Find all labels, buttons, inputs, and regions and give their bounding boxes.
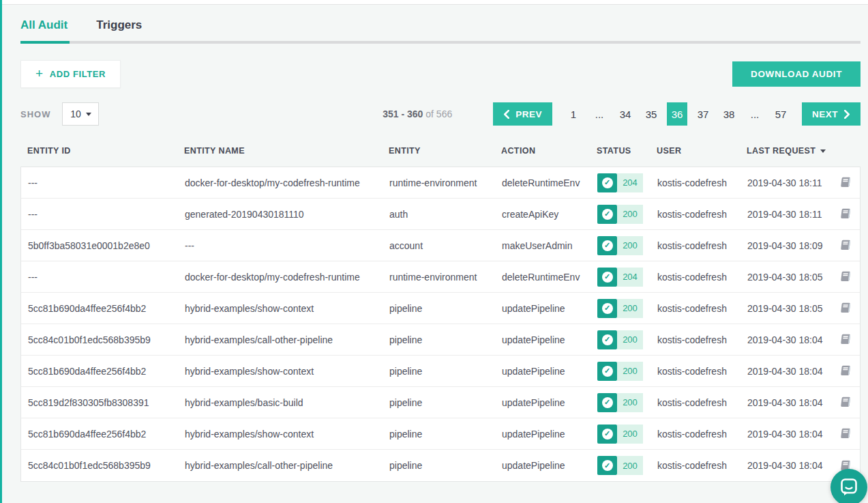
page-number[interactable]: 1 — [563, 102, 584, 126]
tab-all-audit[interactable]: All Audit — [20, 18, 68, 32]
entity-cell: account — [389, 240, 502, 251]
user-cell: kostis-codefresh — [657, 429, 747, 440]
audit-page: All Audit Triggers + ADD FILTER DOWNLOAD… — [0, 5, 868, 482]
view-log-button[interactable] — [841, 177, 851, 188]
entity-cell: pipeline — [389, 460, 502, 471]
column-header-entity-name[interactable]: ENTITY NAME — [184, 146, 389, 156]
active-tab-indicator — [20, 41, 70, 44]
status-badge: ✓200 — [597, 456, 643, 475]
last-request-cell: 2019-04-30 18:11 — [747, 177, 841, 188]
tab-track — [20, 41, 860, 44]
filter-toolbar: + ADD FILTER DOWNLOAD AUDIT — [20, 60, 860, 88]
status-code: 204 — [617, 173, 643, 192]
log-icon-cell — [841, 208, 860, 220]
status-success-icon: ✓ — [597, 425, 617, 444]
entity-id-cell: 5cc81b690da4ffee256f4bb2 — [21, 303, 185, 314]
column-header-entity-id[interactable]: ENTITY ID — [20, 146, 184, 156]
status-badge: ✓204 — [597, 268, 643, 287]
view-log-button[interactable] — [841, 397, 851, 408]
prev-page-button[interactable]: PREV — [493, 102, 552, 126]
column-header-entity[interactable]: ENTITY — [389, 146, 501, 156]
page-number[interactable]: 38 — [719, 102, 739, 126]
view-log-button[interactable] — [841, 365, 851, 377]
page-ellipsis: ... — [589, 102, 610, 126]
column-header-action[interactable]: ACTION — [501, 146, 597, 156]
table-row: 5b0ff3ba58031e0001b2e8e0---accountmakeUs… — [21, 230, 860, 261]
entity-name-cell: --- — [185, 240, 389, 251]
table-row: 5cc81b690da4ffee256f4bb2hybrid-examples/… — [21, 418, 860, 450]
add-filter-button[interactable]: + ADD FILTER — [20, 60, 121, 88]
page-number[interactable]: 37 — [693, 102, 713, 126]
status-success-icon: ✓ — [597, 456, 617, 475]
plus-icon: + — [35, 67, 44, 80]
log-details-icon — [841, 177, 851, 188]
page-number[interactable]: 35 — [641, 102, 661, 126]
entity-cell: pipeline — [389, 397, 502, 408]
prev-label: PREV — [515, 109, 542, 119]
view-log-button[interactable] — [841, 428, 851, 440]
entity-name-cell: hybrid-examples/show-context — [185, 366, 389, 377]
action-cell: updatePipeline — [502, 303, 597, 314]
log-details-icon — [841, 428, 851, 440]
results-range-total: of 566 — [425, 109, 452, 119]
table-row: ---generated-20190430181110authcreateApi… — [21, 199, 860, 230]
download-audit-button[interactable]: DOWNLOAD AUDIT — [732, 61, 860, 87]
user-cell: kostis-codefresh — [657, 460, 747, 471]
chat-launcher-button[interactable] — [830, 469, 867, 503]
page-number[interactable]: 34 — [615, 102, 635, 126]
action-cell: updatePipeline — [502, 429, 597, 440]
pagination-controls: SHOW 10 351 - 360 of 566 PREV 1...343536… — [20, 102, 860, 126]
tab-triggers[interactable]: Triggers — [96, 18, 142, 32]
page-number-list: 1...3435363738...57 — [552, 102, 802, 126]
page-number[interactable]: 36 — [667, 102, 687, 126]
action-cell: makeUserAdmin — [502, 240, 597, 251]
check-icon: ✓ — [602, 209, 613, 220]
action-cell: updatePipeline — [502, 366, 597, 377]
status-badge: ✓204 — [597, 173, 643, 192]
status-success-icon: ✓ — [597, 205, 617, 224]
check-icon: ✓ — [602, 303, 613, 314]
user-cell: kostis-codefresh — [657, 209, 747, 220]
user-cell: kostis-codefresh — [657, 397, 747, 408]
view-log-button[interactable] — [841, 240, 851, 251]
column-header-status[interactable]: STATUS — [597, 146, 657, 156]
user-cell: kostis-codefresh — [657, 334, 747, 345]
status-cell: ✓200 — [597, 393, 657, 412]
status-success-icon: ✓ — [597, 299, 617, 318]
entity-cell: runtime-environment — [389, 272, 502, 283]
view-log-button[interactable] — [841, 208, 851, 220]
check-icon: ✓ — [602, 240, 613, 251]
left-accent-stripe — [0, 0, 2, 503]
action-cell: deleteRuntimeEnv — [502, 177, 597, 188]
page-number[interactable]: 57 — [770, 102, 791, 126]
entity-name-cell: hybrid-examples/call-other-pipeline — [185, 334, 389, 345]
table-row: 5cc84c01b0f1edc568b395b9hybrid-examples/… — [21, 450, 860, 481]
last-request-cell: 2019-04-30 18:11 — [747, 209, 841, 220]
view-log-button[interactable] — [841, 302, 851, 314]
log-icon-cell — [841, 177, 860, 188]
entity-name-cell: hybrid-examples/show-context — [185, 303, 389, 314]
status-success-icon: ✓ — [597, 236, 617, 255]
last-request-cell: 2019-04-30 18:04 — [747, 397, 841, 408]
next-page-button[interactable]: NEXT — [802, 102, 860, 126]
log-details-icon — [841, 302, 851, 314]
table-row: ---docker-for-desktop/my-codefresh-runti… — [21, 167, 860, 199]
view-log-button[interactable] — [841, 271, 851, 283]
user-cell: kostis-codefresh — [657, 272, 747, 283]
view-log-button[interactable] — [841, 334, 851, 345]
log-icon-cell — [841, 302, 860, 314]
status-badge: ✓200 — [597, 205, 643, 224]
status-code: 200 — [617, 456, 643, 475]
check-icon: ✓ — [602, 429, 613, 440]
status-cell: ✓200 — [597, 299, 657, 318]
column-header-user[interactable]: USER — [657, 146, 747, 156]
log-details-icon — [841, 365, 851, 377]
entity-cell: pipeline — [389, 303, 502, 314]
log-icon-cell — [841, 240, 860, 251]
log-details-icon — [841, 271, 851, 283]
page-size-select[interactable]: 10 — [62, 102, 99, 126]
column-header-last-request[interactable]: LAST REQUEST — [747, 146, 840, 156]
entity-id-cell: 5cc81b690da4ffee256f4bb2 — [21, 366, 185, 377]
entity-name-cell: docker-for-desktop/my-codefresh-runtime — [185, 272, 389, 283]
status-code: 200 — [617, 299, 643, 318]
